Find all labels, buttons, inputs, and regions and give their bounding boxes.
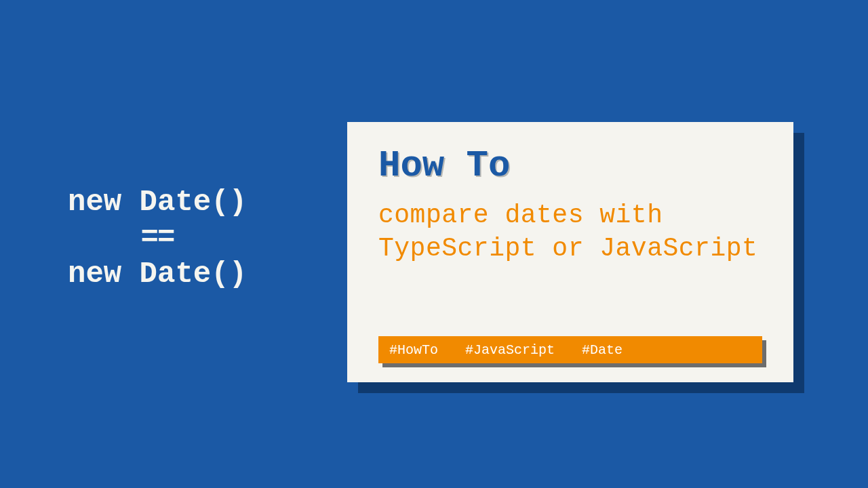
tag-javascript: #JavaScript bbox=[465, 342, 555, 358]
tag-date: #Date bbox=[582, 342, 623, 358]
code-line-2: new Date() bbox=[68, 255, 247, 293]
code-snippet: new Date() == new Date() bbox=[68, 183, 247, 293]
card-subtitle: compare dates with TypeScript or JavaScr… bbox=[378, 199, 769, 266]
tag-bar: #HowTo #JavaScript #Date bbox=[378, 336, 762, 363]
title-card: How To compare dates with TypeScript or … bbox=[347, 122, 793, 382]
card-heading: How To bbox=[378, 145, 769, 186]
equals-operator: == bbox=[68, 222, 247, 254]
code-line-1: new Date() bbox=[68, 183, 247, 222]
tag-howto: #HowTo bbox=[389, 342, 438, 358]
